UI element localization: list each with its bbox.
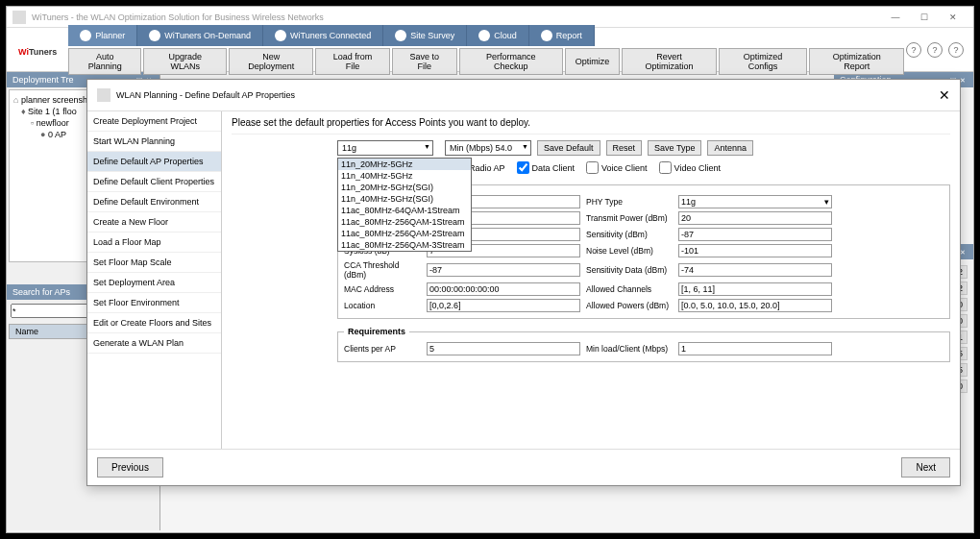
auto-planning-button[interactable]: Auto Planning xyxy=(68,48,141,75)
help-icons: ? ? ? xyxy=(906,42,973,58)
connected-icon xyxy=(275,30,286,41)
close-button[interactable]: ✕ xyxy=(939,12,968,22)
reset-button[interactable]: Reset xyxy=(606,140,643,156)
floor-icon: ▫ xyxy=(31,118,34,128)
mac-address-input[interactable] xyxy=(427,282,580,296)
allowed-channels-input[interactable] xyxy=(678,282,832,296)
step-default-env[interactable]: Define Default Environment xyxy=(87,192,221,212)
location-input[interactable] xyxy=(427,299,580,312)
home-icon: ⌂ xyxy=(13,95,18,105)
tab-cloud[interactable]: Cloud xyxy=(467,25,529,46)
chevron-down-icon: ▼ xyxy=(424,143,430,150)
load-file-button[interactable]: Load from File xyxy=(315,48,389,75)
ondemand-icon xyxy=(149,30,160,41)
opt-configs-button[interactable]: Optimized Configs xyxy=(719,48,808,75)
min-load-input[interactable] xyxy=(678,342,832,355)
new-deployment-button[interactable]: New Deployment xyxy=(229,48,313,75)
dialog-icon xyxy=(97,88,110,102)
phy-type-dropdown[interactable]: 11g ▼ 11n_20MHz-5GHz 11n_40MHz-5GHz 11n_… xyxy=(337,140,433,156)
next-button[interactable]: Next xyxy=(901,457,950,478)
step-new-floor[interactable]: Create a New Floor xyxy=(87,212,221,233)
phy-option[interactable]: 11ac_80MHz-256QAM-2Stream xyxy=(338,228,471,239)
data-client-checkbox[interactable]: Data Client xyxy=(517,161,576,174)
survey-icon xyxy=(395,30,406,41)
perf-checkup-button[interactable]: Performance Checkup xyxy=(459,48,563,75)
voice-client-checkbox[interactable]: Voice Client xyxy=(586,161,648,174)
sub-toolbar: Auto Planning Upgrade WLANs New Deployme… xyxy=(68,48,906,75)
min-mbps-dropdown[interactable]: Min (Mbps) 54.0 ▼ xyxy=(445,140,531,156)
phy-option[interactable]: 11n_40MHz-5GHz xyxy=(338,170,471,182)
allowed-powers-input[interactable] xyxy=(678,299,832,312)
step-floor-env[interactable]: Set Floor Environment xyxy=(87,293,221,313)
help-icon-2[interactable]: ? xyxy=(927,42,943,58)
step-map-scale[interactable]: Set Floor Map Scale xyxy=(87,253,221,273)
step-generate-plan[interactable]: Generate a WLAN Plan xyxy=(87,333,221,354)
chevron-down-icon: ▼ xyxy=(522,143,528,150)
help-icon-3[interactable]: ? xyxy=(948,42,964,58)
report-icon xyxy=(541,30,552,41)
site-icon: ♦ xyxy=(21,107,26,116)
phy-type-select[interactable]: 11g▾ xyxy=(678,195,832,208)
dialog-close-icon[interactable]: ✕ xyxy=(939,87,950,103)
phy-option[interactable]: 11n_20MHz-5GHz(SGI) xyxy=(338,182,471,193)
requirements-fieldset: Requirements Clients per AP Min load/Cli… xyxy=(337,327,950,362)
minimize-button[interactable]: — xyxy=(881,12,910,22)
phy-option[interactable]: 11ac_80MHz-256QAM-1Stream xyxy=(338,216,471,228)
step-deploy-area[interactable]: Set Deployment Area xyxy=(87,273,221,293)
maximize-button[interactable]: ☐ xyxy=(910,12,939,22)
clients-per-ap-input[interactable] xyxy=(427,342,580,355)
phy-option[interactable]: 11n_40MHz-5GHz(SGI) xyxy=(338,193,471,205)
help-icon-1[interactable]: ? xyxy=(906,42,921,58)
chevron-down-icon: ▾ xyxy=(824,197,829,207)
phy-type-options: 11n_20MHz-5GHz 11n_40MHz-5GHz 11n_20MHz-… xyxy=(337,158,472,252)
cloud-icon xyxy=(478,30,490,41)
phy-option[interactable]: 11n_20MHz-5GHz xyxy=(338,159,471,170)
phy-option[interactable]: 11ac_80MHz-64QAM-1Stream xyxy=(338,205,471,216)
tab-report[interactable]: Report xyxy=(529,25,595,46)
save-type-button[interactable]: Save Type xyxy=(648,140,701,156)
step-default-client[interactable]: Define Default Client Properties xyxy=(87,172,221,192)
window-title: WiTuners - the WLAN Optimization Solutio… xyxy=(32,12,324,22)
wizard-steps: Create Deployment Project Start WLAN Pla… xyxy=(87,111,222,449)
app-logo: WiTuners xyxy=(7,39,68,60)
previous-button[interactable]: Previous xyxy=(97,457,163,478)
step-load-map[interactable]: Load a Floor Map xyxy=(87,233,221,253)
save-default-button[interactable]: Save Default xyxy=(537,140,600,156)
planner-icon xyxy=(80,30,91,41)
tab-planner[interactable]: Planner xyxy=(68,25,137,46)
antenna-button[interactable]: Antenna xyxy=(707,140,753,156)
main-tabs: Planner WiTuners On-Demand WiTuners Conn… xyxy=(68,25,906,46)
revert-opt-button[interactable]: Revert Optimization xyxy=(622,48,716,75)
step-start-planning[interactable]: Start WLAN Planning xyxy=(87,132,221,152)
opt-report-button[interactable]: Optimization Report xyxy=(809,48,904,75)
tab-ondemand[interactable]: WiTuners On-Demand xyxy=(137,25,263,46)
upgrade-wlans-button[interactable]: Upgrade WLANs xyxy=(143,48,227,75)
step-create-project[interactable]: Create Deployment Project xyxy=(87,111,221,132)
video-client-checkbox[interactable]: Video Client xyxy=(659,161,721,174)
cca-threshold-input[interactable] xyxy=(427,263,580,277)
tx-power-input[interactable] xyxy=(678,211,832,225)
app-icon xyxy=(12,11,26,24)
step-edit-floors[interactable]: Edit or Create Floors and Sites xyxy=(87,313,221,333)
step-instruction: Please set the default properties for Ac… xyxy=(232,117,950,135)
phy-option[interactable]: 11ac_80MHz-256QAM-3Stream xyxy=(338,239,471,251)
dialog-title: WLAN Planning - Define Default AP Proper… xyxy=(116,90,295,100)
save-file-button[interactable]: Save to File xyxy=(392,48,457,75)
dialog-titlebar: WLAN Planning - Define Default AP Proper… xyxy=(87,80,960,111)
ap-icon: ● xyxy=(40,130,45,139)
step-default-ap[interactable]: Define Default AP Properties xyxy=(87,152,221,172)
tab-sitesurvey[interactable]: Site Survey xyxy=(383,25,467,46)
noise-level-input[interactable] xyxy=(678,244,832,257)
optimize-button[interactable]: Optimize xyxy=(565,48,621,75)
tab-connected[interactable]: WiTuners Connected xyxy=(263,25,383,46)
sensitivity-input[interactable] xyxy=(678,228,832,241)
wlan-planning-dialog: WLAN Planning - Define Default AP Proper… xyxy=(86,79,961,486)
sensitivity-data-input[interactable] xyxy=(678,263,832,277)
